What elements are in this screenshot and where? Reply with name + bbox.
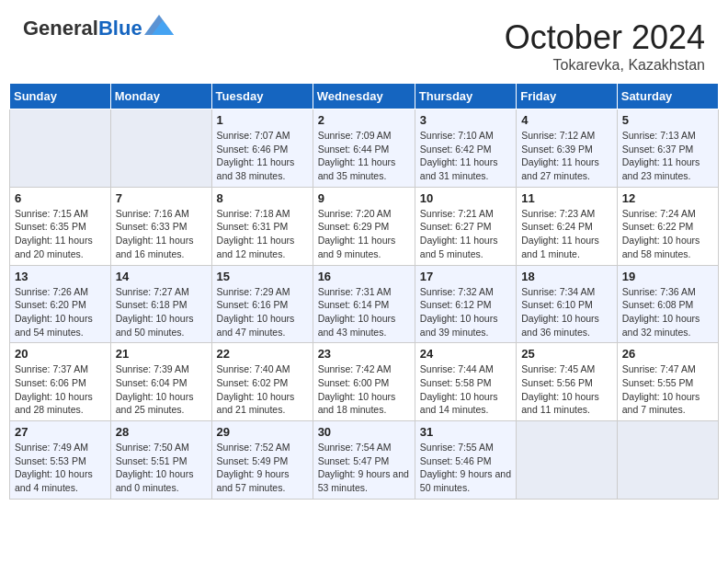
cell-info: Sunrise: 7:31 AMSunset: 6:14 PMDaylight:… — [318, 285, 410, 339]
cell-info: Sunrise: 7:49 AMSunset: 5:53 PMDaylight:… — [15, 441, 106, 495]
day-number: 5 — [622, 113, 713, 127]
calendar-cell — [110, 109, 211, 188]
day-header-saturday: Saturday — [617, 84, 718, 109]
calendar-cell: 19Sunrise: 7:36 AMSunset: 6:08 PMDayligh… — [617, 265, 718, 343]
calendar-cell: 9Sunrise: 7:20 AMSunset: 6:29 PMDaylight… — [313, 187, 415, 265]
cell-info: Sunrise: 7:45 AMSunset: 5:56 PMDaylight:… — [521, 362, 612, 417]
calendar-cell: 18Sunrise: 7:34 AMSunset: 6:10 PMDayligh… — [517, 265, 618, 343]
day-header-monday: Monday — [110, 84, 211, 109]
cell-info: Sunrise: 7:10 AMSunset: 6:42 PMDaylight:… — [420, 129, 511, 183]
calendar-week-row: 20Sunrise: 7:37 AMSunset: 6:06 PMDayligh… — [10, 343, 719, 421]
calendar-cell: 6Sunrise: 7:15 AMSunset: 6:35 PMDaylight… — [10, 187, 111, 265]
day-number: 30 — [318, 425, 410, 439]
day-number: 19 — [622, 270, 713, 283]
calendar-cell: 26Sunrise: 7:47 AMSunset: 5:55 PMDayligh… — [617, 343, 718, 421]
day-number: 28 — [116, 425, 207, 439]
cell-info: Sunrise: 7:20 AMSunset: 6:29 PMDaylight:… — [318, 207, 410, 261]
calendar-cell: 29Sunrise: 7:52 AMSunset: 5:49 PMDayligh… — [211, 421, 313, 500]
day-number: 21 — [116, 347, 207, 361]
calendar-cell: 25Sunrise: 7:45 AMSunset: 5:56 PMDayligh… — [517, 343, 618, 421]
day-number: 20 — [15, 347, 106, 361]
day-number: 29 — [217, 425, 308, 439]
day-number: 1 — [217, 113, 308, 127]
cell-info: Sunrise: 7:36 AMSunset: 6:08 PMDaylight:… — [622, 285, 713, 339]
day-number: 23 — [318, 347, 410, 361]
calendar-cell: 4Sunrise: 7:12 AMSunset: 6:39 PMDaylight… — [517, 109, 618, 188]
calendar-week-row: 6Sunrise: 7:15 AMSunset: 6:35 PMDaylight… — [10, 187, 719, 265]
calendar-cell: 17Sunrise: 7:32 AMSunset: 6:12 PMDayligh… — [415, 265, 516, 343]
cell-info: Sunrise: 7:34 AMSunset: 6:10 PMDaylight:… — [521, 285, 612, 339]
calendar-header-row: SundayMondayTuesdayWednesdayThursdayFrid… — [10, 84, 719, 109]
day-header-wednesday: Wednesday — [313, 84, 415, 109]
calendar-cell: 14Sunrise: 7:27 AMSunset: 6:18 PMDayligh… — [110, 265, 211, 343]
month-title: October 2024 — [505, 18, 705, 57]
logo: GeneralBlue — [23, 18, 174, 39]
cell-info: Sunrise: 7:54 AMSunset: 5:47 PMDaylight:… — [318, 441, 410, 495]
calendar-cell: 10Sunrise: 7:21 AMSunset: 6:27 PMDayligh… — [415, 187, 516, 265]
cell-info: Sunrise: 7:15 AMSunset: 6:35 PMDaylight:… — [15, 207, 106, 261]
calendar-week-row: 1Sunrise: 7:07 AMSunset: 6:46 PMDaylight… — [10, 109, 719, 188]
day-header-sunday: Sunday — [10, 84, 111, 109]
calendar-cell: 2Sunrise: 7:09 AMSunset: 6:44 PMDaylight… — [313, 109, 415, 188]
day-number: 22 — [217, 347, 308, 361]
calendar-cell: 30Sunrise: 7:54 AMSunset: 5:47 PMDayligh… — [313, 421, 415, 500]
cell-info: Sunrise: 7:55 AMSunset: 5:46 PMDaylight:… — [420, 441, 511, 495]
calendar-cell — [517, 421, 618, 500]
calendar-cell: 1Sunrise: 7:07 AMSunset: 6:46 PMDaylight… — [211, 109, 313, 188]
cell-info: Sunrise: 7:26 AMSunset: 6:20 PMDaylight:… — [15, 285, 106, 339]
calendar-cell: 20Sunrise: 7:37 AMSunset: 6:06 PMDayligh… — [10, 343, 111, 421]
cell-info: Sunrise: 7:16 AMSunset: 6:33 PMDaylight:… — [116, 207, 207, 261]
day-number: 10 — [420, 191, 511, 205]
day-number: 18 — [521, 270, 612, 283]
day-header-thursday: Thursday — [415, 84, 516, 109]
cell-info: Sunrise: 7:44 AMSunset: 5:58 PMDaylight:… — [420, 362, 511, 417]
cell-info: Sunrise: 7:29 AMSunset: 6:16 PMDaylight:… — [217, 285, 308, 339]
cell-info: Sunrise: 7:40 AMSunset: 6:02 PMDaylight:… — [217, 362, 308, 417]
day-number: 9 — [318, 191, 410, 205]
day-number: 25 — [521, 347, 612, 361]
logo-icon — [144, 15, 174, 35]
day-number: 27 — [15, 425, 106, 439]
day-number: 3 — [420, 113, 511, 127]
calendar-cell: 31Sunrise: 7:55 AMSunset: 5:46 PMDayligh… — [415, 421, 516, 500]
cell-info: Sunrise: 7:32 AMSunset: 6:12 PMDaylight:… — [420, 285, 511, 339]
day-number: 12 — [622, 191, 713, 205]
cell-info: Sunrise: 7:21 AMSunset: 6:27 PMDaylight:… — [420, 207, 511, 261]
day-number: 26 — [622, 347, 713, 361]
logo-text: GeneralBlue — [23, 18, 142, 39]
day-number: 6 — [15, 191, 106, 205]
cell-info: Sunrise: 7:09 AMSunset: 6:44 PMDaylight:… — [318, 129, 410, 183]
day-number: 13 — [15, 270, 106, 283]
cell-info: Sunrise: 7:42 AMSunset: 6:00 PMDaylight:… — [318, 362, 410, 417]
calendar-cell: 24Sunrise: 7:44 AMSunset: 5:58 PMDayligh… — [415, 343, 516, 421]
calendar-cell: 28Sunrise: 7:50 AMSunset: 5:51 PMDayligh… — [110, 421, 211, 500]
calendar-cell: 11Sunrise: 7:23 AMSunset: 6:24 PMDayligh… — [517, 187, 618, 265]
calendar-cell: 22Sunrise: 7:40 AMSunset: 6:02 PMDayligh… — [211, 343, 313, 421]
calendar-cell — [10, 109, 111, 188]
page-header: GeneralBlue October 2024 Tokarevka, Kaza… — [9, 9, 719, 78]
calendar-cell: 5Sunrise: 7:13 AMSunset: 6:37 PMDaylight… — [617, 109, 718, 188]
calendar-table: SundayMondayTuesdayWednesdayThursdayFrid… — [9, 83, 719, 500]
day-number: 7 — [116, 191, 207, 205]
cell-info: Sunrise: 7:24 AMSunset: 6:22 PMDaylight:… — [622, 207, 713, 261]
calendar-cell: 3Sunrise: 7:10 AMSunset: 6:42 PMDaylight… — [415, 109, 516, 188]
day-number: 24 — [420, 347, 511, 361]
calendar-cell: 7Sunrise: 7:16 AMSunset: 6:33 PMDaylight… — [110, 187, 211, 265]
calendar-cell: 21Sunrise: 7:39 AMSunset: 6:04 PMDayligh… — [110, 343, 211, 421]
cell-info: Sunrise: 7:13 AMSunset: 6:37 PMDaylight:… — [622, 129, 713, 183]
calendar-cell: 16Sunrise: 7:31 AMSunset: 6:14 PMDayligh… — [313, 265, 415, 343]
cell-info: Sunrise: 7:39 AMSunset: 6:04 PMDaylight:… — [116, 362, 207, 417]
cell-info: Sunrise: 7:23 AMSunset: 6:24 PMDaylight:… — [521, 207, 612, 261]
calendar-cell: 23Sunrise: 7:42 AMSunset: 6:00 PMDayligh… — [313, 343, 415, 421]
calendar-cell: 13Sunrise: 7:26 AMSunset: 6:20 PMDayligh… — [10, 265, 111, 343]
day-number: 11 — [521, 191, 612, 205]
calendar-cell: 15Sunrise: 7:29 AMSunset: 6:16 PMDayligh… — [211, 265, 313, 343]
calendar-cell: 27Sunrise: 7:49 AMSunset: 5:53 PMDayligh… — [10, 421, 111, 500]
cell-info: Sunrise: 7:52 AMSunset: 5:49 PMDaylight:… — [217, 441, 308, 495]
calendar-week-row: 27Sunrise: 7:49 AMSunset: 5:53 PMDayligh… — [10, 421, 719, 500]
day-number: 31 — [420, 425, 511, 439]
cell-info: Sunrise: 7:37 AMSunset: 6:06 PMDaylight:… — [15, 362, 106, 417]
day-number: 16 — [318, 270, 410, 283]
cell-info: Sunrise: 7:47 AMSunset: 5:55 PMDaylight:… — [622, 362, 713, 417]
day-number: 8 — [217, 191, 308, 205]
